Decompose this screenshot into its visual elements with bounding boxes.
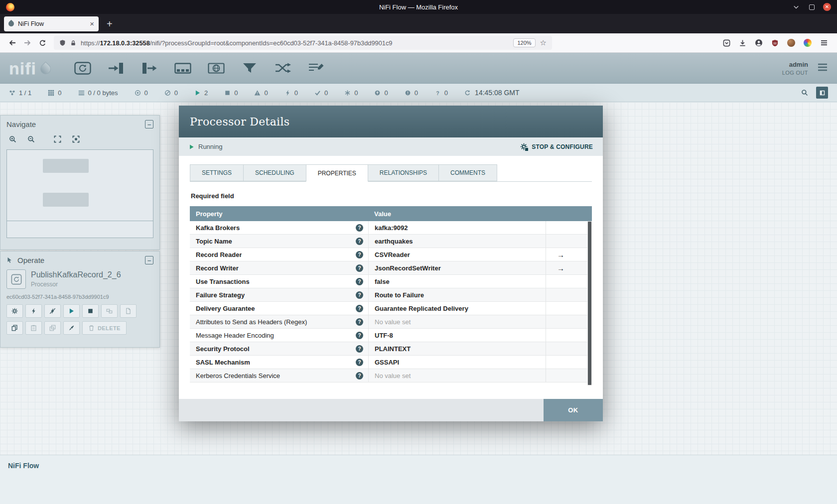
tab-comments[interactable]: COMMENTS bbox=[438, 164, 497, 181]
browser-tab[interactable]: NiFi Flow × bbox=[4, 16, 99, 31]
template-icon[interactable] bbox=[273, 61, 293, 76]
zoom-fit-icon[interactable] bbox=[51, 133, 63, 144]
property-row[interactable]: Attributes to Send as Headers (Regex) ? … bbox=[190, 315, 587, 329]
reload-icon[interactable] bbox=[35, 36, 50, 50]
goto-service-icon[interactable]: → bbox=[557, 251, 564, 259]
scrollbar-thumb[interactable] bbox=[588, 222, 591, 385]
input-port-icon[interactable] bbox=[106, 61, 126, 76]
help-icon[interactable]: ? bbox=[356, 359, 363, 366]
property-row[interactable]: Kerberos Credentials Service ? No value … bbox=[190, 369, 587, 382]
breadcrumb-bar: NiFi Flow bbox=[0, 455, 837, 504]
property-row[interactable]: Delivery Guarantee ? Guarantee Replicate… bbox=[190, 302, 587, 315]
property-actions bbox=[546, 356, 587, 369]
help-icon[interactable]: ? bbox=[356, 345, 363, 353]
property-row[interactable]: Topic Name ? earthquakes bbox=[190, 235, 587, 248]
property-row[interactable]: Kafka Brokers ? kafka:9092 bbox=[190, 221, 587, 235]
collapse-icon[interactable]: – bbox=[145, 120, 153, 128]
paste-button[interactable] bbox=[25, 321, 42, 335]
extension-icon[interactable] bbox=[804, 39, 812, 47]
stop-button[interactable] bbox=[82, 304, 99, 318]
property-row[interactable]: Message Header Encoding ? UTF-8 bbox=[190, 329, 587, 342]
help-icon[interactable]: ? bbox=[356, 318, 363, 326]
create-template-button[interactable] bbox=[120, 304, 137, 318]
help-icon[interactable]: ? bbox=[356, 224, 363, 232]
property-actions bbox=[546, 275, 587, 288]
forward-icon[interactable] bbox=[20, 36, 35, 50]
help-icon[interactable]: ? bbox=[356, 332, 363, 339]
close-icon[interactable]: ✕ bbox=[823, 3, 831, 11]
fill-color-button[interactable] bbox=[63, 321, 80, 335]
configure-button[interactable] bbox=[6, 304, 23, 318]
url-bar[interactable]: https://172.18.0.3:32558/nifi/?processGr… bbox=[54, 36, 552, 50]
search-icon[interactable] bbox=[801, 89, 808, 96]
property-name-cell: SASL Mechanism ? bbox=[190, 356, 368, 369]
help-icon[interactable]: ? bbox=[356, 372, 363, 379]
group-button[interactable] bbox=[101, 304, 118, 318]
collapse-icon[interactable]: – bbox=[145, 256, 153, 264]
property-row[interactable]: Record Writer ? JsonRecordSetWriter → bbox=[190, 261, 587, 275]
property-row[interactable]: Security Protocol ? PLAINTEXT bbox=[190, 342, 587, 356]
global-menu-icon[interactable] bbox=[817, 63, 828, 74]
help-icon[interactable]: ? bbox=[356, 291, 363, 299]
zoom-level-badge[interactable]: 120% bbox=[513, 38, 535, 47]
ublock-icon[interactable] bbox=[771, 39, 779, 47]
remote-process-group-icon[interactable] bbox=[206, 61, 226, 76]
zoom-actual-icon[interactable] bbox=[70, 133, 82, 144]
output-port-icon[interactable] bbox=[140, 61, 159, 76]
back-icon[interactable] bbox=[5, 36, 20, 50]
tab-scheduling[interactable]: SCHEDULING bbox=[243, 164, 306, 181]
property-value: Route to Failure bbox=[368, 288, 546, 301]
property-value: CSVReader bbox=[368, 248, 546, 261]
zoom-out-icon[interactable] bbox=[25, 133, 37, 144]
property-row[interactable]: Failure Strategy ? Route to Failure bbox=[190, 288, 587, 302]
new-tab-button[interactable]: + bbox=[104, 19, 116, 29]
panel-toggle-icon[interactable] bbox=[816, 87, 828, 99]
nifi-logo-text: nifi bbox=[9, 60, 36, 77]
lock-icon[interactable] bbox=[70, 40, 76, 46]
processor-icon[interactable] bbox=[73, 61, 93, 76]
minimap[interactable] bbox=[6, 149, 153, 238]
zoom-in-icon[interactable] bbox=[6, 133, 18, 144]
help-icon[interactable]: ? bbox=[356, 305, 363, 312]
navigate-panel-title: Navigate bbox=[6, 120, 36, 128]
refresh-icon[interactable] bbox=[464, 90, 471, 96]
start-button[interactable] bbox=[63, 304, 80, 318]
funnel-icon[interactable] bbox=[240, 61, 260, 76]
stop-and-configure-button[interactable]: STOP & CONFIGURE bbox=[520, 143, 593, 150]
maximize-icon[interactable] bbox=[808, 3, 816, 11]
copy-button[interactable] bbox=[6, 321, 23, 335]
tab-settings[interactable]: SETTINGS bbox=[190, 164, 244, 181]
downloads-icon[interactable] bbox=[739, 39, 746, 47]
property-row[interactable]: SASL Mechanism ? GSSAPI bbox=[190, 356, 587, 369]
account-icon[interactable] bbox=[755, 39, 763, 47]
property-row[interactable]: Record Reader ? CSVReader → bbox=[190, 248, 587, 261]
tracking-shield-icon[interactable] bbox=[59, 39, 66, 46]
minimize-icon[interactable] bbox=[792, 3, 800, 11]
tab-close-icon[interactable]: × bbox=[90, 20, 94, 27]
delete-button[interactable]: DELETE bbox=[82, 321, 127, 335]
avatar-icon[interactable] bbox=[787, 39, 795, 47]
refresh-time: 14:45:08 GMT bbox=[475, 89, 520, 97]
ok-button[interactable]: OK bbox=[544, 399, 603, 421]
help-icon[interactable]: ? bbox=[356, 278, 363, 285]
flow-canvas[interactable]: Navigate – Operate – bbox=[0, 102, 837, 455]
help-icon[interactable]: ? bbox=[356, 238, 363, 245]
bookmark-star-icon[interactable]: ☆ bbox=[540, 38, 547, 47]
tab-relationships[interactable]: RELATIONSHIPS bbox=[368, 164, 439, 181]
enable-button[interactable] bbox=[25, 304, 42, 318]
property-row[interactable]: Use Transactions ? false bbox=[190, 275, 587, 288]
menu-icon[interactable] bbox=[820, 39, 828, 47]
breadcrumb[interactable]: NiFi Flow bbox=[8, 462, 39, 470]
help-icon[interactable]: ? bbox=[356, 264, 363, 272]
label-icon[interactable] bbox=[306, 61, 326, 76]
logout-link[interactable]: LOG OUT bbox=[782, 70, 808, 76]
scrollbar-track[interactable] bbox=[587, 221, 592, 385]
help-icon[interactable]: ? bbox=[356, 251, 363, 258]
move-to-front-button[interactable] bbox=[44, 321, 61, 335]
pocket-icon[interactable] bbox=[723, 39, 730, 47]
not-transmitting-icon bbox=[164, 90, 171, 96]
process-group-icon[interactable] bbox=[173, 61, 193, 76]
disable-button[interactable] bbox=[44, 304, 61, 318]
goto-service-icon[interactable]: → bbox=[557, 264, 564, 272]
tab-properties[interactable]: PROPERTIES bbox=[306, 164, 368, 182]
